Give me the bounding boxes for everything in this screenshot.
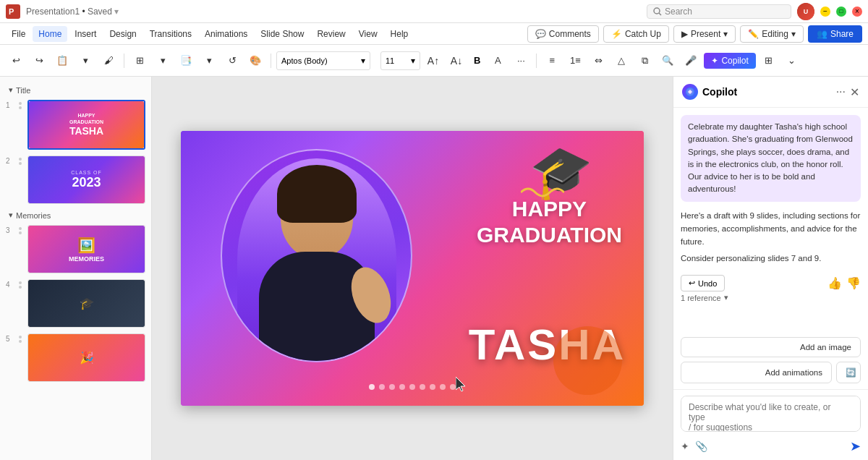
slide-item-4[interactable]: 4 🎓 (3, 277, 148, 330)
cursor (456, 377, 469, 395)
slide-thumbnail-1[interactable]: HAPPYGRADUATION TASHA (27, 100, 145, 150)
add-animations-button[interactable]: Add animations (681, 362, 832, 383)
group-title[interactable]: ▾ Title (3, 82, 148, 98)
thumbs-up-button[interactable]: 👍 (827, 276, 842, 290)
menu-file[interactable]: File (6, 26, 31, 42)
increase-font[interactable]: A↑ (423, 51, 443, 71)
slide-thumbnail-4[interactable]: 🎓 (27, 279, 145, 328)
slide-thumbnail-5[interactable]: 🎉 (27, 333, 145, 382)
attach-tool-button[interactable]: 📎 (695, 440, 707, 452)
slide-number-4: 4 (6, 281, 16, 289)
font-color-button[interactable]: A (488, 51, 508, 71)
sparkle-tool-button[interactable]: ✦ (681, 440, 689, 452)
menu-animations[interactable]: Animations (199, 26, 253, 42)
section-dropdown[interactable]: ▾ (199, 51, 219, 71)
paint-button[interactable]: 🎨 (245, 51, 265, 71)
menu-review[interactable]: Review (311, 26, 351, 42)
find-button[interactable]: 🔍 (658, 51, 678, 71)
ai-message: Here's a draft with 9 slides, including … (681, 209, 861, 268)
user-avatar[interactable]: U (797, 3, 814, 20)
menu-slideshow[interactable]: Slide Show (255, 26, 310, 42)
share-icon: 👥 (817, 29, 827, 39)
copilot-ribbon-button[interactable]: ✦ Copilot (704, 53, 755, 69)
undo-button[interactable]: ↩ Undo (681, 275, 725, 291)
menu-help[interactable]: Help (385, 26, 414, 42)
minimize-button[interactable]: − (820, 7, 830, 17)
paste-dropdown[interactable]: ▾ (75, 51, 95, 71)
undo-button[interactable]: ↩ (6, 51, 26, 71)
refresh-button[interactable]: 🔄 (836, 362, 861, 383)
comments-button[interactable]: 💬 Comments (527, 25, 599, 43)
close-button[interactable]: × (852, 7, 862, 17)
copilot-sparkle-icon: ✦ (711, 56, 718, 66)
bullets-button[interactable]: ≡ (542, 51, 562, 71)
orange-circle (553, 326, 622, 395)
layout-button[interactable]: ⊞ (129, 51, 150, 71)
menu-transitions[interactable]: Transitions (144, 26, 197, 42)
slide-item-5[interactable]: 5 🎉 (3, 331, 148, 384)
canvas-area[interactable]: 🎓 HAPPYGRADUATION TASHA (152, 77, 673, 460)
slide-item-3[interactable]: 3 🖼️ MEMORIES (3, 223, 148, 276)
menu-insert[interactable]: Insert (69, 26, 102, 42)
section-button[interactable]: 📑 (176, 51, 196, 71)
reset-button[interactable]: ↺ (222, 51, 242, 71)
present-button[interactable]: ▶ Present ▾ (673, 25, 736, 43)
thumbs-down-button[interactable]: 👎 (846, 276, 861, 290)
copilot-title: Copilot (702, 86, 832, 98)
copilot-close-button[interactable]: ✕ (850, 85, 859, 99)
menu-view[interactable]: View (353, 26, 383, 42)
slide-canvas[interactable]: 🎓 HAPPYGRADUATION TASHA (181, 131, 644, 406)
reference-row[interactable]: 1 reference ▾ (681, 291, 861, 304)
app-logo: P (6, 4, 20, 19)
slide-dot-4 (19, 279, 25, 291)
chevron-down-memories-icon: ▾ (9, 210, 13, 220)
align-button[interactable]: ⇔ (588, 51, 608, 71)
slide-dot-2 (19, 156, 25, 167)
grid-button[interactable]: ⊞ (759, 51, 779, 71)
mic-button[interactable]: 🎤 (681, 51, 701, 71)
editing-button[interactable]: ✏️ Editing ▾ (740, 25, 804, 43)
slide-item-1[interactable]: 1 HAPPYGRADUATION TASHA (3, 98, 148, 152)
group-memories[interactable]: ▾ Memories (3, 208, 148, 223)
redo-button[interactable]: ↪ (29, 51, 49, 71)
format-painter[interactable]: 🖌 (98, 51, 119, 71)
layout-dropdown[interactable]: ▾ (153, 51, 173, 71)
slide-dot-3 (19, 225, 25, 237)
menu-design[interactable]: Design (103, 26, 142, 42)
svg-marker-4 (456, 377, 465, 391)
copilot-more-button[interactable]: ··· (836, 85, 846, 98)
search-box[interactable]: Search (647, 4, 791, 19)
copilot-messages: Celebrate my daughter Tasha's high schoo… (673, 108, 868, 331)
share-button[interactable]: 👥 Share (808, 25, 862, 43)
app-title: Presentation1 • Saved ▾ (26, 7, 647, 17)
numbered-list-button[interactable]: 1≡ (565, 51, 585, 71)
shapes-button[interactable]: △ (611, 51, 631, 71)
chevron-down-icon: ▾ (9, 85, 13, 95)
arrange-button[interactable]: ⧉ (634, 51, 655, 71)
send-button[interactable]: ➤ (850, 438, 861, 454)
slide-thumbnail-3[interactable]: 🖼️ MEMORIES (27, 225, 145, 273)
slide-item-2[interactable]: 2 CLASS OF 2023 (3, 153, 148, 206)
clipboard-button[interactable]: 📋 (52, 51, 72, 71)
menu-home[interactable]: Home (33, 26, 67, 42)
size-dropdown-icon: ▾ (411, 56, 415, 66)
separator-1 (124, 54, 124, 68)
more-ribbon[interactable]: ··· (511, 51, 531, 71)
svg-text:P: P (9, 7, 14, 16)
font-family-select[interactable]: Aptos (Body) ▾ (276, 51, 370, 70)
slide-thumbnail-2[interactable]: CLASS OF 2023 (27, 156, 145, 204)
add-image-button[interactable]: Add an image (681, 337, 861, 357)
user-message: Celebrate my daughter Tasha's high schoo… (681, 115, 861, 202)
present-icon: ▶ (681, 29, 688, 39)
slide-dots (369, 384, 456, 390)
decrease-font[interactable]: A↓ (446, 51, 467, 71)
font-size-select[interactable]: 11 ▾ (380, 51, 420, 70)
catchup-button[interactable]: ⚡ Catch Up (603, 25, 669, 43)
expand-ribbon-button[interactable]: ⌄ (782, 51, 802, 71)
bold-button[interactable]: B (469, 53, 485, 68)
main-area: ▾ Title 1 HAPPYGRADUATION TASHA 2 (0, 77, 868, 460)
copilot-input[interactable] (681, 396, 861, 432)
comment-icon: 💬 (535, 29, 546, 39)
copilot-input-area: ✦ 📎 ➤ (673, 389, 868, 460)
maximize-button[interactable]: □ (836, 7, 846, 17)
